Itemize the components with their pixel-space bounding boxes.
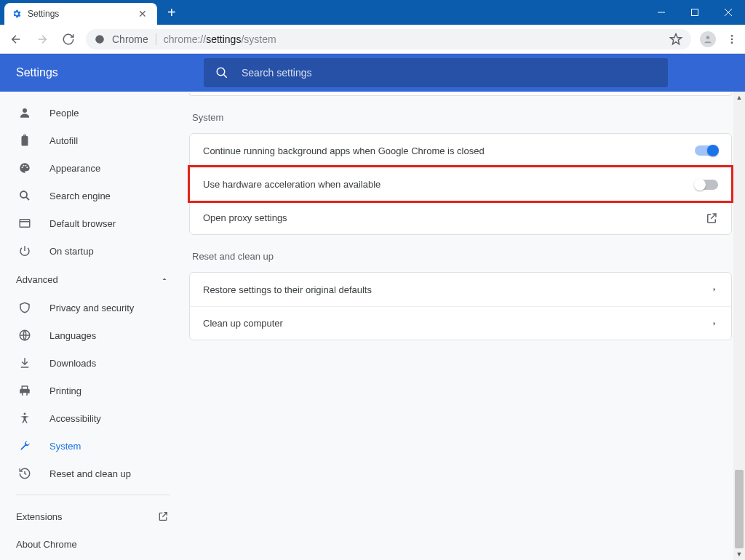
row-restore-defaults[interactable]: Restore settings to their original defau… xyxy=(190,273,731,306)
close-window-button[interactable] xyxy=(712,0,745,25)
close-tab-icon[interactable]: ✕ xyxy=(135,7,150,20)
settings-sidebar: People Autofill Appearance Search engine… xyxy=(0,92,186,560)
sidebar-item-printing[interactable]: Printing xyxy=(0,377,186,404)
sidebar-item-search-engine[interactable]: Search engine xyxy=(0,182,186,209)
palette-icon xyxy=(17,161,32,175)
url-text: chrome://settings/system xyxy=(164,33,276,45)
search-icon xyxy=(17,188,32,203)
menu-icon[interactable] xyxy=(726,33,738,45)
minimize-button[interactable] xyxy=(645,0,678,25)
sidebar-item-extensions[interactable]: Extensions xyxy=(0,503,186,530)
previous-card-edge xyxy=(189,93,732,96)
svg-line-10 xyxy=(223,74,227,78)
browser-tab[interactable]: Settings ✕ xyxy=(4,3,157,25)
system-card: Continue running background apps when Go… xyxy=(189,133,732,235)
row-label: Continue running background apps when Go… xyxy=(203,145,485,156)
sidebar-item-label: Downloads xyxy=(49,358,96,369)
window-controls xyxy=(645,0,745,25)
scroll-down-arrow-icon[interactable]: ▼ xyxy=(733,548,745,560)
browser-window-icon xyxy=(17,216,32,231)
chevron-right-icon xyxy=(711,320,718,327)
sidebar-divider xyxy=(16,495,170,495)
sidebar-item-about[interactable]: About Chrome xyxy=(0,530,186,558)
settings-header: Settings xyxy=(0,54,745,92)
url-scheme-label: Chrome xyxy=(112,33,156,45)
forward-button[interactable] xyxy=(33,31,51,48)
search-settings-input[interactable] xyxy=(242,67,656,79)
section-title-reset: Reset and clean up xyxy=(192,251,732,262)
row-proxy-settings[interactable]: Open proxy settings xyxy=(190,201,731,234)
svg-point-8 xyxy=(731,41,733,44)
clipboard-icon xyxy=(17,133,32,148)
profile-avatar-icon[interactable] xyxy=(700,31,716,47)
sidebar-item-label: People xyxy=(49,108,79,119)
chevron-up-icon xyxy=(160,275,169,284)
address-bar[interactable]: Chrome chrome://settings/system xyxy=(86,29,691,49)
toggle-background-apps[interactable] xyxy=(695,145,718,156)
sidebar-item-appearance[interactable]: Appearance xyxy=(0,154,186,182)
sidebar-item-autofill[interactable]: Autofill xyxy=(0,127,186,154)
sidebar-item-privacy[interactable]: Privacy and security xyxy=(0,294,186,321)
svg-point-4 xyxy=(95,35,104,44)
sidebar-item-reset[interactable]: Reset and clean up xyxy=(0,460,186,487)
svg-point-14 xyxy=(25,165,27,167)
tab-title: Settings xyxy=(28,9,130,19)
settings-gear-icon xyxy=(12,9,22,19)
back-button[interactable] xyxy=(7,31,25,48)
sidebar-item-system[interactable]: System xyxy=(0,432,186,460)
globe-icon xyxy=(17,328,32,343)
sidebar-item-label: Autofill xyxy=(49,135,78,146)
vertical-scrollbar[interactable]: ▲ ▼ xyxy=(733,92,745,560)
power-icon xyxy=(17,244,32,258)
sidebar-item-startup[interactable]: On startup xyxy=(0,237,186,265)
row-clean-up-computer[interactable]: Clean up computer xyxy=(190,306,731,340)
sidebar-item-people[interactable]: People xyxy=(0,99,186,127)
row-background-apps[interactable]: Continue running background apps when Go… xyxy=(190,134,731,167)
sidebar-item-languages[interactable]: Languages xyxy=(0,321,186,349)
svg-point-11 xyxy=(23,108,27,113)
toggle-hardware-acceleration[interactable] xyxy=(695,180,718,190)
sidebar-advanced-toggle[interactable]: Advanced xyxy=(0,265,186,294)
window-titlebar: Settings ✕ + xyxy=(0,0,745,25)
sidebar-item-accessibility[interactable]: Accessibility xyxy=(0,404,186,432)
sidebar-item-downloads[interactable]: Downloads xyxy=(0,349,186,377)
content-area: People Autofill Appearance Search engine… xyxy=(0,92,745,560)
site-info-icon[interactable] xyxy=(95,34,105,44)
new-tab-button[interactable]: + xyxy=(157,5,186,20)
svg-point-16 xyxy=(20,191,27,198)
row-label: Open proxy settings xyxy=(203,212,287,223)
chevron-right-icon xyxy=(711,286,718,293)
svg-point-6 xyxy=(731,35,733,37)
external-link-icon xyxy=(157,511,169,522)
extensions-label: Extensions xyxy=(16,511,63,522)
sidebar-item-default-browser[interactable]: Default browser xyxy=(0,209,186,237)
row-hardware-acceleration[interactable]: Use hardware acceleration when available xyxy=(190,167,731,201)
wrench-icon xyxy=(17,439,32,453)
advanced-label: Advanced xyxy=(16,274,58,285)
scroll-up-arrow-icon[interactable]: ▲ xyxy=(733,92,745,103)
sidebar-item-label: On startup xyxy=(49,246,94,257)
svg-point-5 xyxy=(706,36,710,39)
reload-button[interactable] xyxy=(60,31,77,48)
browser-toolbar: Chrome chrome://settings/system xyxy=(0,25,745,54)
sidebar-item-label: Reset and clean up xyxy=(49,468,131,479)
bookmark-star-icon[interactable] xyxy=(669,33,682,46)
page-title: Settings xyxy=(16,66,204,79)
svg-point-21 xyxy=(24,413,26,415)
printer-icon xyxy=(17,383,32,398)
settings-main-panel: System Continue running background apps … xyxy=(186,92,745,560)
maximize-button[interactable] xyxy=(678,0,712,25)
row-label: Clean up computer xyxy=(203,318,283,329)
svg-point-9 xyxy=(217,68,225,76)
download-icon xyxy=(17,356,32,370)
svg-point-7 xyxy=(731,38,733,40)
row-label: Restore settings to their original defau… xyxy=(203,284,372,295)
external-link-icon xyxy=(705,212,718,225)
person-icon xyxy=(17,105,32,120)
sidebar-item-label: Search engine xyxy=(49,191,111,201)
accessibility-icon xyxy=(17,411,32,425)
restore-icon xyxy=(17,466,32,481)
scroll-thumb[interactable] xyxy=(735,470,744,548)
search-settings-bar[interactable] xyxy=(204,58,668,87)
section-title-system: System xyxy=(192,112,732,123)
